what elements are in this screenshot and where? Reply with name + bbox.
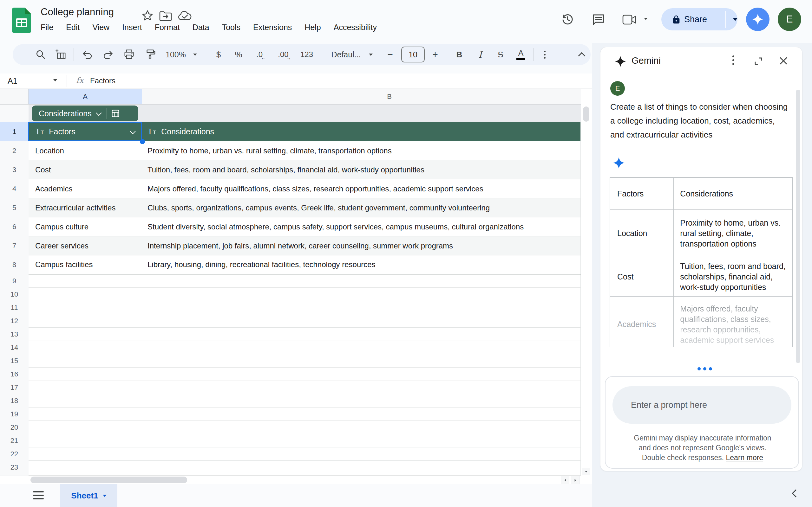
row-header-3[interactable]: 3 [0,160,29,180]
cell-a3[interactable]: Cost [29,160,142,179]
scroll-down-button[interactable] [582,468,590,475]
table-chip-dropdown-icon[interactable] [96,110,101,116]
row-header-17[interactable]: 17 [0,381,29,395]
cell-b19[interactable] [142,407,581,421]
cell-a9[interactable] [29,274,142,288]
share-dropdown-icon[interactable] [726,18,738,21]
zoom-control[interactable]: 100% [161,44,190,65]
sheet-tab[interactable]: Sheet1 [60,484,117,507]
menu-extensions[interactable]: Extensions [253,23,292,32]
table-options-icon[interactable] [111,109,120,118]
row-header-23[interactable]: 23 [0,461,29,474]
cell-a18[interactable] [29,394,142,407]
selection-fill-handle[interactable] [140,139,145,144]
cell-a15[interactable] [29,354,142,368]
strikethrough-button[interactable]: S [492,44,509,65]
scroll-right-button[interactable] [571,476,579,484]
font-selector[interactable]: Defaul... [326,44,366,65]
cell-a20[interactable] [29,421,142,434]
format-currency-button[interactable]: $ [210,44,227,65]
cell-a2[interactable]: Location [29,141,142,160]
sheet-tab-dropdown-icon[interactable] [103,495,107,497]
cell-b10[interactable] [142,288,581,301]
row-header-19[interactable]: 19 [0,407,29,421]
row-header-24[interactable] [0,474,29,476]
cell-a14[interactable] [29,341,142,354]
cell-b7[interactable]: Internship placement, job fairs, alumni … [142,236,581,256]
zoom-dropdown-icon[interactable] [190,44,200,65]
horizontal-scrollbar-thumb[interactable] [31,476,187,483]
sheets-logo-icon[interactable] [12,8,31,33]
gemini-expand-icon[interactable] [753,56,763,66]
gemini-scrollbar-thumb[interactable] [796,90,800,363]
paint-format-icon[interactable] [141,44,159,65]
column-header-a[interactable]: A [29,89,142,105]
row-header-11[interactable]: 11 [0,301,29,315]
video-call-icon[interactable] [622,14,637,25]
cell-a21[interactable] [29,434,142,447]
cell-b5[interactable]: Clubs, sports, organizations, campus eve… [142,199,581,217]
name-box[interactable]: A1 [8,76,17,86]
cell-a10[interactable] [29,288,142,301]
format-percent-button[interactable]: % [230,44,247,65]
column-header-b[interactable]: B [142,89,581,105]
cell-a8[interactable]: Campus facilities [29,256,142,274]
menu-help[interactable]: Help [305,23,321,32]
cell-b4[interactable]: Majors offered, faculty qualifications, … [142,179,581,199]
cell-b23[interactable] [142,461,581,474]
menu-insert[interactable]: Insert [122,23,142,32]
table-chip[interactable]: Considerations [32,106,138,121]
cell-a22[interactable] [29,447,142,461]
learn-more-link[interactable]: Learn more [726,453,763,462]
cell-b18[interactable] [142,394,581,407]
row-header-8[interactable]: 8 [0,256,29,275]
doc-title[interactable]: College planning [41,6,114,18]
cell-a13[interactable] [29,328,142,341]
row-header-18[interactable]: 18 [0,394,29,408]
menu-format[interactable]: Format [155,23,180,32]
all-sheets-menu-icon[interactable] [33,491,44,499]
decrease-decimal-button[interactable]: .0← [250,44,269,65]
increase-font-size-button[interactable]: + [428,44,442,65]
cell-a24[interactable] [29,474,142,475]
cell-a19[interactable] [29,407,142,421]
cell-b17[interactable] [142,381,581,394]
increase-decimal-button[interactable]: .00→ [273,44,294,65]
menu-edit[interactable]: Edit [66,23,80,32]
font-dropdown-icon[interactable] [366,44,375,65]
row-header-2[interactable]: 2 [0,141,29,161]
cell-b1[interactable]: TT Considerations [142,122,581,141]
row-header-1[interactable]: 1 [0,122,29,142]
name-box-dropdown-icon[interactable] [53,79,57,81]
cell-a11[interactable] [29,301,142,314]
row-header-15[interactable]: 15 [0,354,29,368]
share-button[interactable]: Share [661,14,718,24]
video-call-dropdown-icon[interactable] [644,18,648,20]
cell-a12[interactable] [29,314,142,328]
font-size-input[interactable]: 10 [400,44,426,65]
cell-b21[interactable] [142,434,581,447]
menu-accessibility[interactable]: Accessibility [334,23,377,32]
cell-a16[interactable] [29,368,142,381]
more-toolbar-options-icon[interactable] [537,44,553,65]
italic-button[interactable]: I [471,44,489,65]
cell-b9[interactable] [142,274,581,288]
bold-button[interactable]: B [450,44,468,65]
cell-b15[interactable] [142,354,581,368]
comments-icon[interactable] [592,13,605,26]
move-folder-icon[interactable] [159,11,172,21]
cell-b11[interactable] [142,301,581,314]
select-all-corner[interactable] [0,89,29,105]
cell-b3[interactable]: Tuition, fees, room and board, scholarsh… [142,160,581,179]
version-history-icon[interactable] [561,13,574,26]
gemini-more-options-icon[interactable] [732,55,734,65]
print-icon[interactable] [120,44,138,65]
gemini-close-icon[interactable] [778,55,789,66]
row-header-12[interactable]: 12 [0,314,29,328]
menu-view[interactable]: View [92,23,109,32]
decrease-font-size-button[interactable]: − [383,44,397,65]
row-header-21[interactable]: 21 [0,434,29,448]
search-menus-icon[interactable] [32,44,49,65]
menu-file[interactable]: File [41,23,53,32]
cell-a23[interactable] [29,461,142,474]
